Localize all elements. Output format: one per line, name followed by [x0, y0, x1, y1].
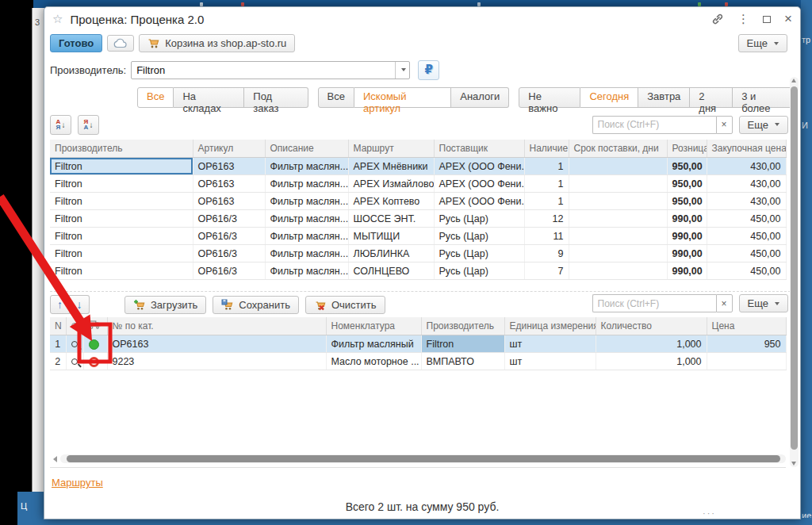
search-clear-button[interactable]: × [716, 294, 733, 312]
move-down-button[interactable]: ↓ [70, 295, 90, 314]
row-search-cell[interactable] [66, 353, 83, 370]
cart-row[interactable]: 1 OP6163 Фильтр масляный Filtron шт 1,00… [50, 335, 786, 353]
cart-load-icon [133, 299, 146, 311]
offer-row[interactable]: FiltronOP616/3Фильтр маслян...МЫТИЩИ Рус… [50, 228, 786, 245]
more-button-table2[interactable]: Еще [739, 294, 788, 312]
col-purchase-price[interactable]: Закупочная цена [707, 140, 786, 158]
col-manufacturer[interactable]: Производитель [50, 140, 193, 158]
sort-ascending-button[interactable]: АЯ ↓ [50, 115, 71, 135]
resize-grip[interactable]: ··· [703, 508, 716, 518]
cloud-button[interactable] [107, 35, 134, 52]
col-description[interactable]: Описание [265, 140, 348, 158]
horizontal-scrollbar[interactable] [50, 454, 786, 464]
clear-button-label: Очистить [331, 299, 377, 311]
offer-row[interactable]: FiltronOP616/3Фильтр маслян...ШОССЕ ЭНТ.… [50, 210, 786, 228]
offer-row[interactable]: FiltronOP616/3Фильтр маслян...СОЛНЦЕВО Р… [50, 262, 786, 280]
filter-stock-all[interactable]: Все [137, 87, 174, 108]
background-left-text: 3 [35, 17, 40, 27]
routes-link[interactable]: Маршруты [52, 477, 103, 489]
sort-descending-button[interactable]: ЯА ↓ [78, 115, 99, 135]
scrollbar-thumb[interactable] [791, 86, 798, 450]
filter-timing-today[interactable]: Сегодня [580, 87, 638, 108]
row-status-cell[interactable] [83, 335, 107, 353]
filter-timing-tomorrow[interactable]: Завтра [638, 87, 690, 108]
cart-table: N № по кат. Номенклатура Производитель Е… [50, 317, 786, 468]
save-button[interactable]: Сохранить [213, 296, 299, 314]
screen: 3 тр И ие Ц ☆ Проценка: Проценка 2.0 ⋮ ×… [0, 0, 812, 525]
col-catalog-number[interactable]: № по кат. [107, 317, 326, 335]
cart-icon [147, 37, 160, 49]
pricing-window: ☆ Проценка: Проценка 2.0 ⋮ × Готово Корз… [44, 6, 801, 519]
filter-article-analogs[interactable]: Аналоги [451, 87, 509, 108]
col-article[interactable]: Артикул [193, 140, 265, 158]
col-unit[interactable]: Единица измерения [504, 317, 596, 335]
more-button-top[interactable]: Еще [738, 34, 787, 52]
filter-stock-order[interactable]: Под заказ [244, 87, 308, 108]
filter-timing-3plus[interactable]: 3 и более [733, 87, 795, 108]
table2-search-input[interactable] [592, 294, 716, 312]
col-nomenclature[interactable]: Номенклатура [326, 317, 421, 335]
filter-timing-any[interactable]: Не важно [519, 87, 580, 108]
filter-stock-warehouse[interactable]: На складах [174, 87, 244, 108]
price-request-button[interactable]: ₽ [418, 60, 439, 80]
menu-kebab-icon[interactable]: ⋮ [737, 15, 749, 23]
favorite-star-icon[interactable]: ☆ [52, 12, 63, 26]
cart-clear-icon [314, 299, 327, 311]
col-status[interactable] [83, 317, 107, 335]
vertical-scrollbar[interactable] [790, 77, 799, 467]
offer-row[interactable]: FiltronOP616/3Фильтр маслян...ЛЮБЛИНКА Р… [50, 245, 786, 262]
background-right-text: И [802, 121, 808, 130]
row-search-cell[interactable] [66, 335, 83, 353]
col-quantity[interactable]: Количество [596, 317, 707, 335]
background-right-text: тр [802, 35, 810, 44]
cloud-icon [113, 38, 128, 48]
done-button[interactable]: Готово [50, 34, 102, 52]
move-up-button[interactable]: ↑ [50, 295, 70, 314]
col-retail[interactable]: Розница [667, 140, 707, 158]
article-filter-group: Все Искомый артикул Аналоги [318, 87, 510, 108]
table1-search-input[interactable] [592, 116, 716, 134]
filter-article-searched[interactable]: Искомый артикул [354, 87, 451, 108]
col-manufacturer2[interactable]: Производитель [421, 317, 504, 335]
magnifier-icon [71, 323, 78, 329]
scrollbar-thumb[interactable] [67, 455, 780, 462]
offer-row[interactable]: FiltronOP6163Фильтр маслян...APEX Мнёвни… [50, 158, 786, 175]
scroll-up-arrow-icon[interactable] [791, 79, 796, 82]
col-supplier[interactable]: Поставщик [434, 140, 524, 158]
table1-toolbar: АЯ ↓ ЯА ↓ × Еще [50, 113, 795, 136]
offer-row[interactable]: FiltronOP6163Фильтр маслян...APEX Коптев… [50, 193, 786, 210]
manufacturer-combobox[interactable]: Filtron [131, 61, 410, 79]
status-notfound-icon [89, 357, 99, 367]
scroll-down-arrow-icon[interactable] [791, 462, 796, 466]
chevron-down-icon [775, 302, 779, 305]
col-price[interactable]: Цена [707, 317, 786, 335]
cart-row[interactable]: 2 9223 Масло моторное ... ВМПАВТО шт 1,0… [50, 353, 786, 370]
search-clear-button[interactable]: × [716, 116, 733, 134]
col-number[interactable]: N [50, 317, 66, 335]
row-status-cell[interactable] [83, 353, 107, 370]
chevron-down-icon [774, 42, 779, 45]
manufacturer-value[interactable]: Filtron [132, 64, 395, 76]
chevron-down-icon [775, 123, 779, 126]
filter-timing-2days[interactable]: 2 дня [690, 87, 733, 108]
clear-button[interactable]: Очистить [305, 296, 385, 314]
link-icon[interactable] [711, 13, 724, 25]
close-icon[interactable]: × [784, 14, 792, 24]
cart-table-header: N № по кат. Номенклатура Производитель Е… [50, 317, 786, 335]
cart-save-icon [221, 299, 234, 311]
filter-article-all[interactable]: Все [318, 87, 354, 108]
basket-button[interactable]: Корзина из shop.ap-sto.ru [139, 34, 295, 52]
col-availability[interactable]: Наличие [524, 140, 569, 158]
background-right-strip: тр И ие [801, 0, 812, 525]
background-left-strip [32, 8, 44, 493]
col-search[interactable] [66, 317, 83, 335]
load-button[interactable]: Загрузить [124, 296, 206, 314]
combobox-dropdown-button[interactable] [395, 62, 409, 79]
scroll-left-arrow-icon[interactable] [53, 456, 57, 462]
col-route[interactable]: Маршрут [348, 140, 434, 158]
save-button-label: Сохранить [239, 299, 290, 311]
offer-row[interactable]: FiltronOP6163Фильтр маслян...APEX Измайл… [50, 175, 786, 193]
col-delivery-days[interactable]: Срок поставки, дни [569, 140, 667, 158]
maximize-icon[interactable] [763, 16, 771, 23]
more-button-table1[interactable]: Еще [739, 116, 788, 134]
